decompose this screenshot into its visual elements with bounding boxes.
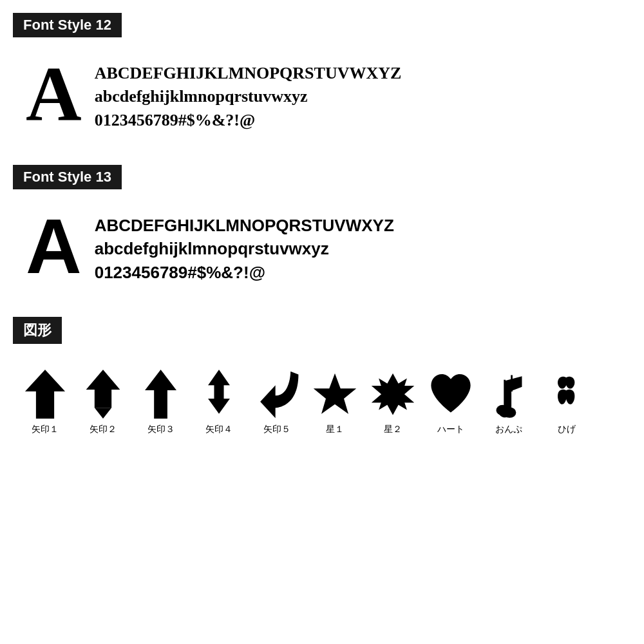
font-style-12-demo: A ABCDEFGHIJKLMNOPQRSTUVWXYZ abcdefghijk… [13,49,631,146]
svg-marker-4 [208,370,230,414]
arrow4-icon [196,368,242,420]
shape-arrow4: 矢印４ [193,368,245,435]
shape-music: おんぷ [483,368,535,435]
shape-star6: 星２ [367,368,419,435]
svg-marker-5 [314,374,357,414]
shapes-grid: 矢印１ 矢印２ 矢印３ 矢印４ [13,355,631,442]
heart-icon [428,368,473,420]
svg-rect-10 [504,380,506,409]
svg-rect-11 [511,375,513,391]
shapes-section: 図形 矢印１ 矢印２ 矢印３ [13,317,631,442]
shape-arrow2: 矢印２ [77,368,129,435]
heart-label: ハート [437,424,464,435]
shape-arrow5: 矢印５ [251,368,303,435]
shape-arrow3: 矢印３ [135,368,187,435]
font-style-12-char-rows: ABCDEFGHIJKLMNOPQRSTUVWXYZ abcdefghijklm… [95,55,402,132]
hige-label: ひげ [558,424,576,435]
font-style-13-row-2: abcdefghijklmnopqrstuvwxyz [95,237,394,260]
arrow4-label: 矢印４ [205,424,232,435]
svg-marker-2 [95,408,111,419]
arrow1-label: 矢印１ [32,424,59,435]
star6-icon [370,368,415,420]
arrow3-icon [138,368,184,420]
font-style-13-row-1: ABCDEFGHIJKLMNOPQRSTUVWXYZ [95,214,394,237]
font-style-13-header: Font Style 13 [13,165,122,189]
font-style-12-big-letter: A [26,55,82,133]
font-style-13-demo: A ABCDEFGHIJKLMNOPQRSTUVWXYZ abcdefghijk… [13,201,631,298]
arrow2-icon [80,368,126,420]
font-style-12-header: Font Style 12 [13,13,122,37]
hige-icon [554,368,580,420]
svg-marker-3 [145,370,176,419]
shape-heart: ハート [425,368,477,435]
arrow5-icon [254,368,299,420]
arrow5-label: 矢印５ [263,424,290,435]
arrow1-icon [23,368,68,420]
font-style-13-section: Font Style 13 A ABCDEFGHIJKLMNOPQRSTUVWX… [13,165,631,298]
font-style-12-row-2: abcdefghijklmnopqrstuvwxyz [95,85,402,108]
music-icon [493,368,525,420]
shape-star5: 星１ [309,368,361,435]
star6-label: 星２ [384,424,402,435]
arrow2-label: 矢印２ [90,424,117,435]
shape-hige: ひげ [541,368,592,435]
shape-arrow1: 矢印１ [19,368,71,435]
font-style-13-row-3: 0123456789#$%&?!@ [95,261,394,284]
font-style-12-row-1: ABCDEFGHIJKLMNOPQRSTUVWXYZ [95,62,402,85]
star5-icon [312,368,357,420]
arrow3-label: 矢印３ [147,424,175,435]
font-style-13-char-rows: ABCDEFGHIJKLMNOPQRSTUVWXYZ abcdefghijklm… [95,207,394,284]
font-style-13-big-letter: A [26,207,82,285]
svg-marker-1 [86,370,120,408]
font-style-12-section: Font Style 12 A ABCDEFGHIJKLMNOPQRSTUVWX… [13,13,631,146]
star5-label: 星１ [326,424,344,435]
font-style-12-row-3: 0123456789#$%&?!@ [95,109,402,132]
svg-marker-0 [25,370,65,419]
music-label: おんぷ [495,424,522,435]
shapes-header: 図形 [13,317,62,344]
